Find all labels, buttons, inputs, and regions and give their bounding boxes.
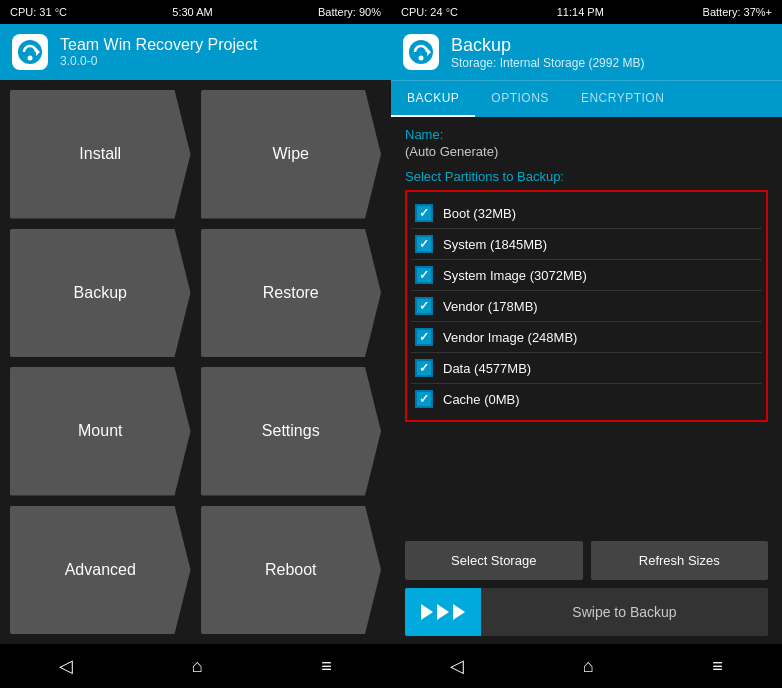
left-grid: Install Wipe Backup Restore Mount Settin…: [0, 80, 391, 644]
restore-button[interactable]: Restore: [201, 229, 382, 358]
partition-cache[interactable]: Cache (0MB): [411, 384, 762, 414]
right-panel: CPU: 24 °C 11:14 PM Battery: 37%+ Backup…: [391, 0, 782, 688]
left-title-block: Team Win Recovery Project 3.0.0-0: [60, 36, 257, 68]
wipe-button[interactable]: Wipe: [201, 90, 382, 219]
tab-options[interactable]: OPTIONS: [475, 81, 565, 117]
tab-encryption[interactable]: ENCRYPTION: [565, 81, 680, 117]
right-battery: Battery: 37%+: [703, 6, 772, 18]
left-time: 5:30 AM: [172, 6, 212, 18]
partition-system-image[interactable]: System Image (3072MB): [411, 260, 762, 291]
checkbox-cache[interactable]: [415, 390, 433, 408]
right-home-button[interactable]: ⌂: [563, 648, 614, 685]
partitions-label: Select Partitions to Backup:: [405, 169, 768, 184]
left-menu-button[interactable]: ≡: [301, 648, 352, 685]
left-status-bar: CPU: 31 °C 5:30 AM Battery: 90%: [0, 0, 391, 24]
arrow-2: [437, 604, 449, 620]
select-storage-button[interactable]: Select Storage: [405, 541, 583, 580]
right-cpu: CPU: 24 °C: [401, 6, 458, 18]
arrow-3: [453, 604, 465, 620]
svg-point-5: [419, 56, 424, 61]
checkbox-vendor-image[interactable]: [415, 328, 433, 346]
partition-data[interactable]: Data (4577MB): [411, 353, 762, 384]
settings-button[interactable]: Settings: [201, 367, 382, 496]
checkbox-data[interactable]: [415, 359, 433, 377]
right-nav-bar: ◁ ⌂ ≡: [391, 644, 782, 688]
right-app-subtitle: Storage: Internal Storage (2992 MB): [451, 56, 644, 70]
right-title-block: Backup Storage: Internal Storage (2992 M…: [451, 35, 644, 70]
name-value: (Auto Generate): [405, 144, 768, 159]
left-nav-bar: ◁ ⌂ ≡: [0, 644, 391, 688]
checkbox-system-image[interactable]: [415, 266, 433, 284]
partition-boot[interactable]: Boot (32MB): [411, 198, 762, 229]
partition-system[interactable]: System (1845MB): [411, 229, 762, 260]
partition-data-label: Data (4577MB): [443, 361, 531, 376]
checkbox-system[interactable]: [415, 235, 433, 253]
swipe-text: Swipe to Backup: [481, 604, 768, 620]
partition-vendor[interactable]: Vendor (178MB): [411, 291, 762, 322]
right-status-bar: CPU: 24 °C 11:14 PM Battery: 37%+: [391, 0, 782, 24]
right-app-logo: [403, 34, 439, 70]
right-back-button[interactable]: ◁: [430, 647, 484, 685]
left-app-header: Team Win Recovery Project 3.0.0-0: [0, 24, 391, 80]
checkbox-vendor[interactable]: [415, 297, 433, 315]
partition-list: Boot (32MB) System (1845MB) System Image…: [405, 190, 768, 422]
left-battery: Battery: 90%: [318, 6, 381, 18]
install-button[interactable]: Install: [10, 90, 191, 219]
right-app-title: Backup: [451, 35, 644, 56]
reboot-button[interactable]: Reboot: [201, 506, 382, 635]
swipe-bar[interactable]: Swipe to Backup: [405, 588, 768, 636]
left-app-title: Team Win Recovery Project: [60, 36, 257, 54]
partition-cache-label: Cache (0MB): [443, 392, 520, 407]
backup-button[interactable]: Backup: [10, 229, 191, 358]
tab-bar: BACKUP OPTIONS ENCRYPTION: [391, 80, 782, 117]
tab-backup[interactable]: BACKUP: [391, 81, 475, 117]
partition-system-image-label: System Image (3072MB): [443, 268, 587, 283]
left-cpu: CPU: 31 °C: [10, 6, 67, 18]
left-back-button[interactable]: ◁: [39, 647, 93, 685]
left-home-button[interactable]: ⌂: [172, 648, 223, 685]
arrow-1: [421, 604, 433, 620]
mount-button[interactable]: Mount: [10, 367, 191, 496]
refresh-sizes-button[interactable]: Refresh Sizes: [591, 541, 769, 580]
partition-boot-label: Boot (32MB): [443, 206, 516, 221]
advanced-button[interactable]: Advanced: [10, 506, 191, 635]
bottom-buttons: Select Storage Refresh Sizes: [391, 541, 782, 588]
partition-vendor-label: Vendor (178MB): [443, 299, 538, 314]
partition-system-label: System (1845MB): [443, 237, 547, 252]
right-menu-button[interactable]: ≡: [692, 648, 743, 685]
svg-point-2: [28, 56, 33, 61]
name-label: Name:: [405, 127, 768, 142]
left-app-subtitle: 3.0.0-0: [60, 54, 257, 68]
left-app-logo: [12, 34, 48, 70]
right-app-header: Backup Storage: Internal Storage (2992 M…: [391, 24, 782, 80]
partition-vendor-image-label: Vendor Image (248MB): [443, 330, 577, 345]
partition-vendor-image[interactable]: Vendor Image (248MB): [411, 322, 762, 353]
swipe-arrows[interactable]: [405, 588, 481, 636]
checkbox-boot[interactable]: [415, 204, 433, 222]
content-area: Name: (Auto Generate) Select Partitions …: [391, 117, 782, 541]
right-time: 11:14 PM: [557, 6, 604, 18]
left-panel: CPU: 31 °C 5:30 AM Battery: 90% Team Win…: [0, 0, 391, 688]
